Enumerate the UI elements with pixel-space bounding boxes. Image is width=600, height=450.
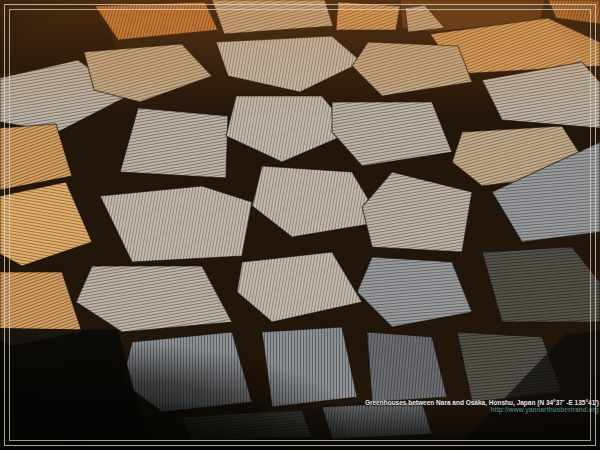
lighting-overlays [0,0,600,450]
vignette [0,0,600,450]
photo-canvas [0,0,600,450]
caption-title: Greenhouses between Nara and Osaka, Hons… [365,399,599,406]
photo-caption: Greenhouses between Nara and Osaka, Hons… [365,399,599,413]
caption-url: http://www.yannarthusbertrand.org [365,406,599,413]
wallpaper: Greenhouses between Nara and Osaka, Hons… [0,0,600,450]
